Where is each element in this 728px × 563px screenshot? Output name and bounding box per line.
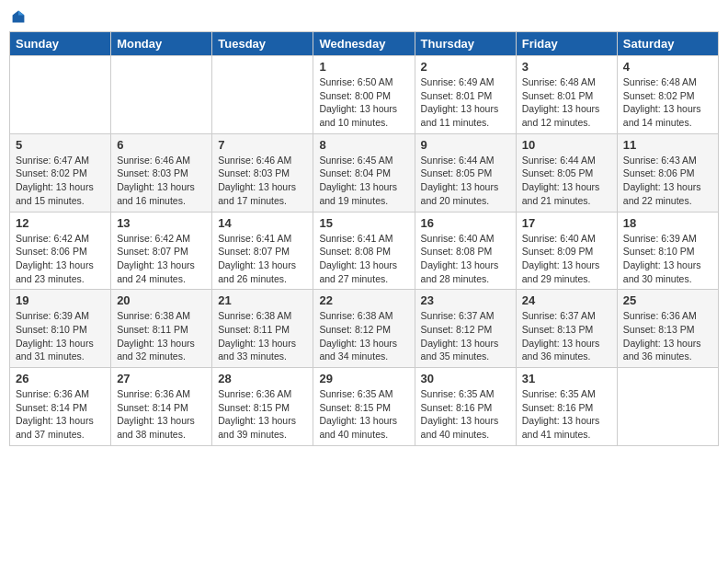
day-info: Sunrise: 6:36 AM Sunset: 8:13 PM Dayligh… (623, 309, 712, 363)
calendar-cell: 21Sunrise: 6:38 AM Sunset: 8:11 PM Dayli… (212, 290, 313, 368)
calendar-cell (212, 56, 313, 134)
calendar-cell: 17Sunrise: 6:40 AM Sunset: 8:09 PM Dayli… (516, 212, 617, 290)
day-of-week-thursday: Thursday (415, 32, 516, 56)
calendar-cell: 10Sunrise: 6:44 AM Sunset: 8:05 PM Dayli… (516, 133, 617, 212)
calendar-cell: 2Sunrise: 6:49 AM Sunset: 8:01 PM Daylig… (415, 56, 516, 134)
day-info: Sunrise: 6:38 AM Sunset: 8:12 PM Dayligh… (319, 309, 408, 363)
calendar-cell: 27Sunrise: 6:36 AM Sunset: 8:14 PM Dayli… (111, 368, 212, 446)
day-number: 4 (623, 60, 712, 74)
day-number: 31 (522, 372, 611, 385)
calendar-cell (617, 368, 718, 446)
day-info: Sunrise: 6:36 AM Sunset: 8:14 PM Dayligh… (16, 387, 105, 442)
calendar-cell: 31Sunrise: 6:35 AM Sunset: 8:16 PM Dayli… (516, 368, 617, 446)
day-info: Sunrise: 6:49 AM Sunset: 8:01 PM Dayligh… (421, 75, 510, 130)
day-number: 30 (421, 372, 510, 385)
calendar-cell: 12Sunrise: 6:42 AM Sunset: 8:06 PM Dayli… (10, 212, 111, 290)
day-number: 5 (16, 138, 105, 152)
day-info: Sunrise: 6:37 AM Sunset: 8:13 PM Dayligh… (522, 309, 611, 363)
day-number: 26 (16, 372, 105, 385)
day-number: 16 (421, 216, 510, 230)
page-header (9, 9, 719, 24)
calendar-cell: 8Sunrise: 6:45 AM Sunset: 8:04 PM Daylig… (313, 133, 415, 212)
day-of-week-sunday: Sunday (10, 32, 111, 56)
calendar-cell: 16Sunrise: 6:40 AM Sunset: 8:08 PM Dayli… (415, 212, 516, 290)
calendar-cell: 4Sunrise: 6:48 AM Sunset: 8:02 PM Daylig… (617, 56, 718, 134)
day-info: Sunrise: 6:35 AM Sunset: 8:16 PM Dayligh… (421, 387, 510, 442)
day-info: Sunrise: 6:46 AM Sunset: 8:03 PM Dayligh… (117, 154, 206, 208)
calendar-cell: 19Sunrise: 6:39 AM Sunset: 8:10 PM Dayli… (10, 290, 111, 368)
day-info: Sunrise: 6:42 AM Sunset: 8:07 PM Dayligh… (117, 232, 206, 286)
calendar-cell (10, 56, 111, 134)
day-info: Sunrise: 6:46 AM Sunset: 8:03 PM Dayligh… (218, 154, 307, 208)
calendar-cell: 5Sunrise: 6:47 AM Sunset: 8:02 PM Daylig… (10, 133, 111, 212)
day-number: 24 (522, 293, 611, 307)
logo-icon (11, 9, 26, 24)
day-number: 14 (218, 216, 307, 230)
day-info: Sunrise: 6:41 AM Sunset: 8:08 PM Dayligh… (319, 232, 408, 286)
calendar-cell: 7Sunrise: 6:46 AM Sunset: 8:03 PM Daylig… (212, 133, 313, 212)
svg-marker-1 (18, 11, 24, 16)
day-number: 29 (319, 372, 408, 385)
day-info: Sunrise: 6:35 AM Sunset: 8:15 PM Dayligh… (319, 387, 408, 442)
day-info: Sunrise: 6:35 AM Sunset: 8:16 PM Dayligh… (522, 387, 611, 442)
day-info: Sunrise: 6:38 AM Sunset: 8:11 PM Dayligh… (218, 309, 307, 363)
calendar-cell: 9Sunrise: 6:44 AM Sunset: 8:05 PM Daylig… (415, 133, 516, 212)
day-number: 28 (218, 372, 307, 385)
day-number: 18 (623, 216, 712, 230)
calendar-cell: 29Sunrise: 6:35 AM Sunset: 8:15 PM Dayli… (313, 368, 415, 446)
calendar-cell: 30Sunrise: 6:35 AM Sunset: 8:16 PM Dayli… (415, 368, 516, 446)
day-of-week-wednesday: Wednesday (313, 32, 415, 56)
day-number: 21 (218, 293, 307, 307)
calendar-cell: 15Sunrise: 6:41 AM Sunset: 8:08 PM Dayli… (313, 212, 415, 290)
day-of-week-monday: Monday (111, 32, 212, 56)
calendar-table: SundayMondayTuesdayWednesdayThursdayFrid… (9, 31, 719, 446)
day-of-week-tuesday: Tuesday (212, 32, 313, 56)
calendar-cell: 23Sunrise: 6:37 AM Sunset: 8:12 PM Dayli… (415, 290, 516, 368)
calendar-cell (111, 56, 212, 134)
calendar-cell: 6Sunrise: 6:46 AM Sunset: 8:03 PM Daylig… (111, 133, 212, 212)
calendar-cell: 24Sunrise: 6:37 AM Sunset: 8:13 PM Dayli… (516, 290, 617, 368)
day-number: 13 (117, 216, 206, 230)
day-number: 15 (319, 216, 408, 230)
calendar-cell: 18Sunrise: 6:39 AM Sunset: 8:10 PM Dayli… (617, 212, 718, 290)
day-number: 23 (421, 293, 510, 307)
day-number: 1 (319, 60, 408, 74)
day-info: Sunrise: 6:40 AM Sunset: 8:08 PM Dayligh… (421, 232, 510, 286)
day-number: 10 (522, 138, 611, 152)
day-info: Sunrise: 6:43 AM Sunset: 8:06 PM Dayligh… (623, 154, 712, 208)
day-info: Sunrise: 6:44 AM Sunset: 8:05 PM Dayligh… (522, 154, 611, 208)
calendar-cell: 14Sunrise: 6:41 AM Sunset: 8:07 PM Dayli… (212, 212, 313, 290)
day-info: Sunrise: 6:39 AM Sunset: 8:10 PM Dayligh… (16, 309, 105, 363)
day-number: 9 (421, 138, 510, 152)
day-number: 27 (117, 372, 206, 385)
calendar-cell: 25Sunrise: 6:36 AM Sunset: 8:13 PM Dayli… (617, 290, 718, 368)
day-number: 7 (218, 138, 307, 152)
day-info: Sunrise: 6:36 AM Sunset: 8:14 PM Dayligh… (117, 387, 206, 442)
day-info: Sunrise: 6:47 AM Sunset: 8:02 PM Dayligh… (16, 154, 105, 208)
day-number: 6 (117, 138, 206, 152)
day-info: Sunrise: 6:41 AM Sunset: 8:07 PM Dayligh… (218, 232, 307, 286)
day-info: Sunrise: 6:45 AM Sunset: 8:04 PM Dayligh… (319, 154, 408, 208)
day-info: Sunrise: 6:44 AM Sunset: 8:05 PM Dayligh… (421, 154, 510, 208)
calendar-cell: 28Sunrise: 6:36 AM Sunset: 8:15 PM Dayli… (212, 368, 313, 446)
day-number: 8 (319, 138, 408, 152)
calendar-cell: 1Sunrise: 6:50 AM Sunset: 8:00 PM Daylig… (313, 56, 415, 134)
day-info: Sunrise: 6:42 AM Sunset: 8:06 PM Dayligh… (16, 232, 105, 286)
day-number: 25 (623, 293, 712, 307)
day-info: Sunrise: 6:39 AM Sunset: 8:10 PM Dayligh… (623, 232, 712, 286)
day-number: 19 (16, 293, 105, 307)
day-info: Sunrise: 6:48 AM Sunset: 8:01 PM Dayligh… (522, 75, 611, 130)
day-of-week-friday: Friday (516, 32, 617, 56)
day-number: 11 (623, 138, 712, 152)
day-of-week-saturday: Saturday (617, 32, 718, 56)
day-info: Sunrise: 6:40 AM Sunset: 8:09 PM Dayligh… (522, 232, 611, 286)
day-info: Sunrise: 6:36 AM Sunset: 8:15 PM Dayligh… (218, 387, 307, 442)
day-info: Sunrise: 6:50 AM Sunset: 8:00 PM Dayligh… (319, 75, 408, 130)
calendar-cell: 13Sunrise: 6:42 AM Sunset: 8:07 PM Dayli… (111, 212, 212, 290)
day-number: 17 (522, 216, 611, 230)
day-number: 3 (522, 60, 611, 74)
day-number: 20 (117, 293, 206, 307)
calendar-cell: 20Sunrise: 6:38 AM Sunset: 8:11 PM Dayli… (111, 290, 212, 368)
day-info: Sunrise: 6:48 AM Sunset: 8:02 PM Dayligh… (623, 75, 712, 130)
day-info: Sunrise: 6:38 AM Sunset: 8:11 PM Dayligh… (117, 309, 206, 363)
